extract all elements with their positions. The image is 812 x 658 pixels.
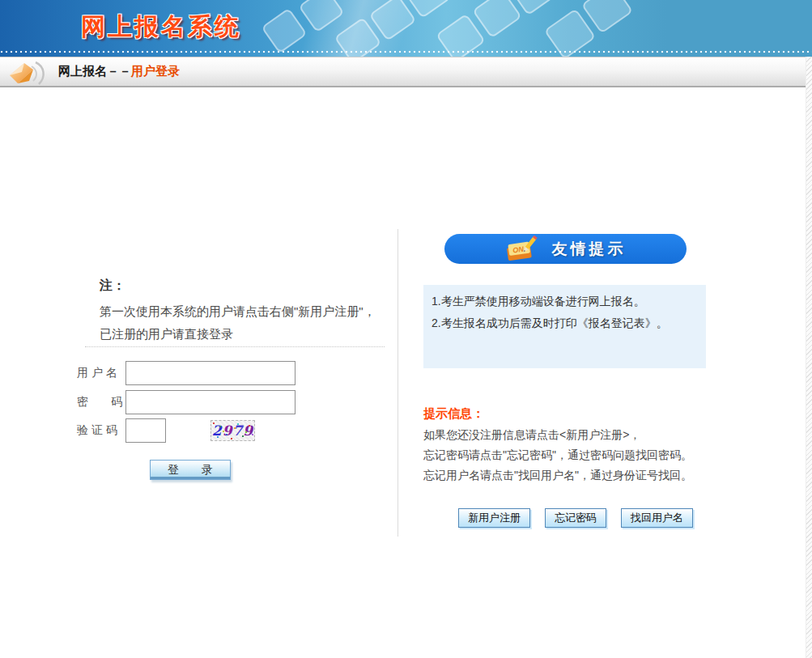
login-button[interactable]: 登 录 [150,460,231,480]
notice-line: 2.考生报名成功后需及时打印《报名登记表》。 [432,312,698,334]
note-line: 已注册的用户请直接登录 [100,323,391,346]
captcha-label: 验 证 码 [77,423,124,438]
captcha-image[interactable]: 2979 [210,420,255,441]
note-title: 注： [100,278,391,295]
username-label: 用 户 名 [77,366,124,380]
header-banner: 网上报名系统 [0,0,812,57]
breadcrumb-bar: 网上报名－－ 用户登录 [0,57,806,87]
dotted-divider [0,50,812,53]
username-input[interactable] [125,361,295,385]
info-line: 如果您还没注册信息请点击<新用户注册>， [423,425,731,445]
info-lines: 如果您还没注册信息请点击<新用户注册>， 忘记密码请点击"忘记密码"，通过密码问… [423,425,731,486]
forgot-password-button[interactable]: 忘记密码 [545,508,606,528]
recover-username-button[interactable]: 找回用户名 [621,508,693,528]
notepad-on-text: ON [512,244,524,254]
notepad-pencil-icon: ON [505,234,541,263]
password-row: 密 码 [77,390,295,414]
paper-plane-icon [6,59,52,87]
captcha-digit: 9 [223,422,233,439]
info-line: 忘记密码请点击"忘记密码"，通过密码问题找回密码。 [423,445,731,465]
note-line: 第一次使用本系统的用户请点击右侧"新用户注册"， [100,300,391,323]
captcha-input[interactable] [125,418,166,443]
info-title: 提示信息： [423,406,484,422]
captcha-row: 验 证 码 [77,418,166,443]
account-actions: 新用户注册 忘记密码 找回用户名 [458,508,693,528]
password-input[interactable] [125,390,295,414]
dotted-separator [85,346,385,347]
breadcrumb-current: 用户登录 [131,64,180,79]
page: 网上报名系统 网上报名－－ 用户登录 注： 第一次使用本系统 [0,0,812,658]
column-divider [397,229,398,537]
captcha-digit: 7 [233,422,244,439]
notice-line: 1.考生严禁使用移动端设备进行网上报名。 [432,291,698,312]
banner-title: 友情提示 [552,239,627,260]
info-line: 忘记用户名请点击"找回用户名"，通过身份证号找回。 [423,465,731,486]
captcha-digit: 9 [243,422,253,439]
password-label: 密 码 [77,395,124,410]
register-button[interactable]: 新用户注册 [458,508,530,528]
site-title: 网上报名系统 [81,11,241,44]
friendly-tips-banner: ON 友情提示 [444,234,687,264]
notice-box: 1.考生严禁使用移动端设备进行网上报名。 2.考生报名成功后需及时打印《报名登记… [423,285,706,368]
captcha-digit: 2 [212,422,223,439]
login-note: 注： 第一次使用本系统的用户请点击右侧"新用户注册"， 已注册的用户请直接登录 [100,278,391,346]
breadcrumb-section: 网上报名－－ [58,64,131,79]
right-edge-pattern [806,57,812,658]
username-row: 用 户 名 [77,361,295,385]
